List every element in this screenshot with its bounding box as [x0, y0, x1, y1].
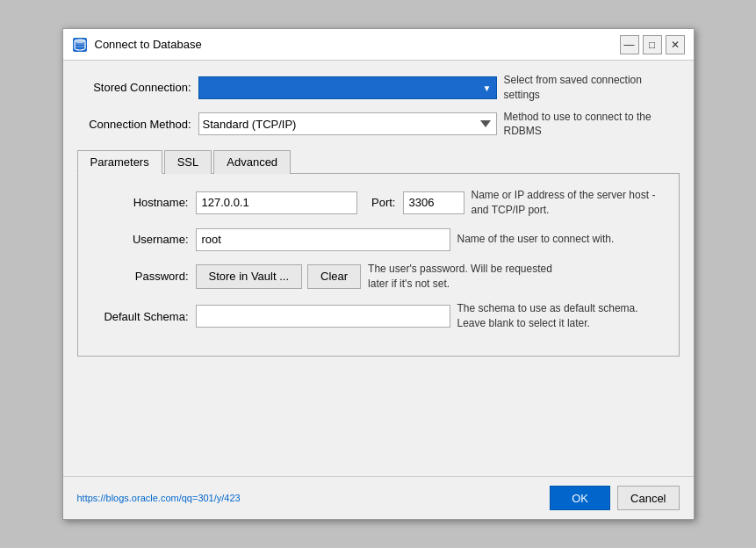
connection-method-select[interactable]: Standard (TCP/IP) Standard (TCP/IP) with… [198, 112, 497, 135]
tabs-container: Parameters SSL Advanced Hostname: Port: … [77, 149, 680, 357]
maximize-button[interactable]: □ [643, 35, 662, 54]
username-hint: Name of the user to connect with. [457, 232, 615, 247]
connection-method-hint: Method to use to connect to the RDBMS [504, 110, 680, 140]
cancel-button[interactable]: Cancel [617, 486, 679, 510]
ok-button[interactable]: OK [550, 486, 610, 510]
close-button[interactable]: ✕ [666, 35, 685, 54]
default-schema-input[interactable] [196, 305, 450, 328]
stored-connection-hint: Select from saved connection settings [504, 73, 680, 103]
password-label: Password: [92, 270, 189, 283]
svg-point-1 [75, 40, 85, 43]
username-input[interactable] [196, 228, 450, 251]
stored-connection-row: Stored Connection: ▼ Select from saved c… [77, 73, 680, 103]
hostname-input[interactable] [196, 191, 358, 214]
dialog-content: Stored Connection: ▼ Select from saved c… [63, 61, 694, 476]
stored-connection-label: Stored Connection: [77, 81, 191, 94]
hostname-hint: Name or IP address of the server host - … [472, 188, 665, 218]
port-label: Port: [371, 196, 395, 209]
title-controls: — □ ✕ [620, 35, 685, 54]
default-schema-label: Default Schema: [92, 310, 189, 323]
password-hint: The user's password. Will be requested l… [368, 262, 561, 292]
connection-method-row: Connection Method: Standard (TCP/IP) Sta… [77, 110, 680, 140]
password-buttons: Store in Vault ... Clear [196, 264, 362, 289]
username-row: Username: Name of the user to connect wi… [92, 228, 665, 251]
default-schema-row: Default Schema: The schema to use as def… [92, 301, 665, 331]
connect-dialog: Connect to Database — □ ✕ Stored Connect… [62, 28, 695, 520]
title-bar: Connect to Database — □ ✕ [63, 29, 694, 61]
minimize-button[interactable]: — [620, 35, 639, 54]
username-label: Username: [92, 233, 189, 246]
stored-connection-select[interactable] [198, 76, 497, 99]
hostname-row: Hostname: Port: Name or IP address of th… [92, 188, 665, 218]
title-bar-left: Connect to Database [72, 37, 202, 53]
store-in-vault-button[interactable]: Store in Vault ... [196, 264, 303, 289]
tab-ssl[interactable]: SSL [164, 150, 212, 174]
clear-password-button[interactable]: Clear [307, 264, 361, 289]
bottom-bar: https://blogs.oracle.com/qq=301/y/423 OK… [63, 476, 694, 519]
bottom-link[interactable]: https://blogs.oracle.com/qq=301/y/423 [77, 493, 241, 503]
stored-connection-wrapper: ▼ [198, 76, 497, 99]
password-row: Password: Store in Vault ... Clear The u… [92, 262, 665, 292]
tab-content-parameters: Hostname: Port: Name or IP address of th… [77, 174, 680, 357]
dialog-title: Connect to Database [95, 38, 202, 51]
tab-parameters[interactable]: Parameters [77, 150, 162, 174]
port-input[interactable] [403, 191, 464, 214]
tab-advanced[interactable]: Advanced [213, 150, 291, 174]
default-schema-hint: The schema to use as default schema. Lea… [457, 301, 651, 331]
tabs-header: Parameters SSL Advanced [77, 149, 680, 174]
connection-method-label: Connection Method: [77, 118, 191, 131]
hostname-label: Hostname: [92, 196, 189, 209]
database-icon [72, 37, 88, 53]
